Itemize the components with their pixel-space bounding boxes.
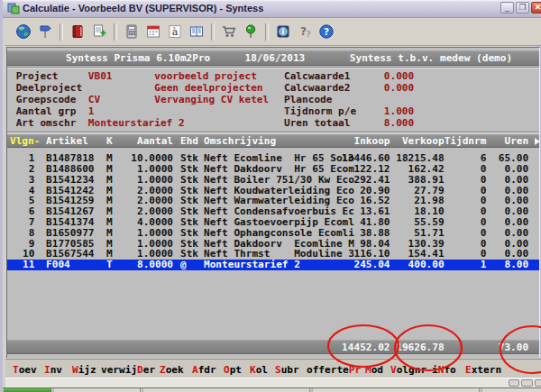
col-header-tijdnrm: Tijdnrm — [445, 136, 487, 147]
cell-artikel[interactable]: F004 — [46, 260, 70, 270]
menu-text: verwij — [101, 364, 137, 376]
cell-ehd[interactable]: @ — [180, 260, 187, 270]
col-header-uren: Uren — [504, 136, 528, 147]
info-value: Monteurstarief 2 — [88, 118, 185, 129]
cell-inkoop[interactable]: 292.41 — [353, 175, 390, 186]
info-label: Aantal grp — [16, 106, 77, 117]
menu-item-extern[interactable]: Extern — [465, 365, 501, 376]
cell-uren[interactable]: 8.00 — [504, 260, 528, 270]
cell-ehd[interactable]: Stk — [180, 228, 198, 239]
cell-artikel[interactable]: B1650977 — [46, 228, 94, 239]
menu-item-toev[interactable]: Toev — [13, 365, 37, 376]
menu-hotkey: O — [224, 364, 230, 376]
info-label: Plancode — [284, 95, 332, 105]
info-label: Project — [16, 71, 59, 82]
menu-hotkey: M — [365, 364, 371, 376]
cell-k[interactable]: M — [106, 228, 113, 239]
info-label: Tijdnorm p/e — [284, 106, 356, 117]
cell-k[interactable]: M — [106, 175, 113, 186]
cell-uren[interactable]: 0.00 — [504, 175, 528, 186]
menu-text: pt — [230, 364, 242, 376]
cell-vlgn[interactable]: 8 — [29, 228, 35, 239]
cell-verkoop[interactable]: 400.00 — [408, 260, 445, 270]
menu-text: oek — [166, 364, 184, 376]
info-description: voorbeeld project — [154, 71, 257, 82]
col-header-omschrijving: Omschrijving — [204, 136, 276, 147]
status-product: Syntess Prisma 6.10m2Pro — [66, 53, 210, 64]
cell-vlgn[interactable]: 3 — [29, 175, 35, 186]
menu-hotkey: E — [465, 364, 472, 376]
info-label: Calcwaarde2 — [284, 83, 350, 94]
menu-item-zoek[interactable]: Zoek — [160, 365, 184, 376]
cell-inkoop[interactable]: 38.88 — [360, 228, 390, 239]
menu-hotkey: D — [137, 364, 143, 376]
menu-text: ijz — [78, 364, 96, 376]
cell-uren[interactable]: 0.00 — [504, 228, 528, 239]
menu-item-offertepr[interactable]: offertePr — [307, 365, 361, 376]
menu-text: ol — [256, 364, 268, 376]
menu-hotkey: A — [192, 364, 198, 376]
menu-text: i — [432, 364, 438, 376]
cell-tijdnrm[interactable]: 0 — [481, 175, 487, 186]
cell-verkoop[interactable]: 51.71 — [414, 228, 444, 239]
menu-item-inv[interactable]: Inv — [44, 365, 62, 376]
info-label: Groepscode — [16, 95, 77, 105]
menu-hotkey: Pr — [349, 364, 361, 376]
cell-tijdnrm[interactable]: 1 — [481, 260, 487, 270]
cell-aantal[interactable]: 1.0000 — [137, 228, 173, 239]
total-inkoop: 14452.02 — [342, 342, 390, 353]
info-value: CV — [88, 95, 100, 105]
cell-artikel[interactable]: B1541234 — [46, 175, 94, 186]
menu-hotkey: T — [13, 364, 19, 376]
status-license: Syntess t.b.v. medew (demo) — [350, 53, 512, 64]
col-header-k: K — [106, 136, 113, 147]
info-label: Calcwaarde1 — [284, 71, 350, 82]
info-value: 8.000 — [384, 118, 414, 129]
menu-item-verwijder[interactable]: verwijDer — [101, 365, 155, 376]
cell-aantal[interactable]: 8.0000 — [137, 260, 173, 270]
menu-item-afdr[interactable]: Afdr — [192, 365, 216, 376]
info-label: Deelproject — [16, 83, 82, 94]
menu-item-kol[interactable]: Kol — [250, 365, 268, 376]
menu-hotkey: W — [72, 364, 78, 376]
menu-hotkey: V — [390, 364, 397, 376]
cell-aantal[interactable]: 1.0000 — [137, 175, 173, 186]
col-header-inkoop: Inkoop — [353, 136, 390, 147]
menu-item-mod[interactable]: Mod — [365, 365, 383, 376]
menu-item-info[interactable]: iNfo — [432, 365, 456, 376]
menu-text: er — [143, 364, 155, 376]
info-description: Geen deelprojecten — [154, 83, 262, 94]
cell-tijdnrm[interactable]: 0 — [481, 228, 487, 239]
menu-hotkey: Z — [160, 364, 166, 376]
info-value: 1 — [88, 106, 95, 117]
menu-text: od — [371, 364, 383, 376]
menu-text: offerte — [307, 364, 349, 376]
col-header-verkoop: Verkoop — [402, 136, 445, 147]
cell-ehd[interactable]: Stk — [180, 175, 198, 186]
info-description: Vervanging CV ketel — [154, 95, 269, 105]
menu-item-subr[interactable]: Subr — [275, 365, 299, 376]
menu-text: oev — [19, 364, 37, 376]
cell-vlgn[interactable]: 11 — [23, 260, 34, 270]
info-value: 1.000 — [384, 106, 414, 117]
col-header-aantal: Aantal — [137, 136, 173, 147]
menu-text: fdr — [198, 364, 216, 376]
menu-text: xtern — [472, 364, 501, 376]
menu-item-opt[interactable]: Opt — [224, 365, 242, 376]
menu-text: nv — [50, 364, 62, 376]
menu-item-volgnr[interactable]: Volgnr — [390, 365, 426, 376]
menu-hotkey: K — [250, 364, 256, 376]
cell-inkoop[interactable]: 245.04 — [353, 260, 390, 270]
info-value: VB01 — [88, 71, 113, 82]
cell-verkoop[interactable]: 388.91 — [408, 175, 445, 186]
status-date: 18/06/2013 — [245, 53, 306, 64]
total-verkoop: 19626.78 — [396, 342, 444, 353]
info-label: Uren totaal — [284, 118, 350, 129]
cell-omschrijving[interactable]: Neft Ophangconsole Ecomli — [204, 228, 354, 239]
menu-item-wijz[interactable]: Wijz — [72, 365, 96, 376]
cell-k[interactable]: T — [106, 260, 113, 270]
cell-omschrijving[interactable]: Neft Boiler 751/30 Kw Eco — [204, 175, 354, 186]
cell-omschrijving[interactable]: Monteurstarief 2 — [204, 260, 300, 270]
col-header-artikel: Artikel — [46, 136, 88, 147]
menu-hotkey: S — [275, 364, 281, 376]
